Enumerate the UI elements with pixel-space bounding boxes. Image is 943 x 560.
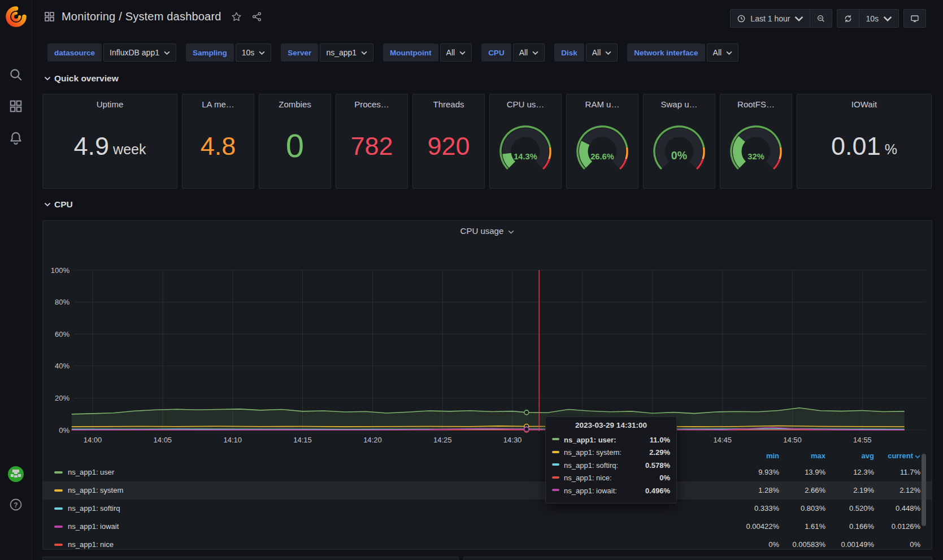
- variable-value-mountpoint[interactable]: All: [440, 44, 472, 62]
- legend-series-softirq[interactable]: ns_app1: softirq: [54, 504, 120, 513]
- chevron-down-icon: [532, 51, 538, 55]
- variable-value-network-interface[interactable]: All: [707, 44, 739, 62]
- legend-series-iowait[interactable]: ns_app1: iowait: [54, 522, 119, 531]
- tooltip-row: ns_app1: system:2.29%: [552, 446, 670, 459]
- panel-iowait: IOWait 0.01%: [797, 94, 932, 189]
- dashboards-icon[interactable]: [8, 99, 23, 114]
- svg-text:14:05: 14:05: [154, 436, 172, 444]
- legend-header-min[interactable]: min: [728, 449, 779, 463]
- star-icon[interactable]: [231, 11, 242, 22]
- legend-row: ns_app1: softirq 0.333% 0.803% 0.520% 0.…: [43, 500, 932, 518]
- series-color-swatch: [54, 471, 63, 474]
- chart-legend: min max avg current ns_app1: user 9.93% …: [43, 449, 932, 550]
- series-color-swatch: [552, 451, 559, 453]
- refresh-button[interactable]: [837, 10, 859, 27]
- legend-series-nice[interactable]: ns_app1: nice: [54, 540, 114, 549]
- panel-title[interactable]: Uptime: [43, 94, 177, 109]
- alerting-bell-icon[interactable]: [8, 131, 23, 145]
- series-color-swatch: [552, 463, 559, 466]
- panel-title[interactable]: CPU us…: [490, 94, 561, 109]
- tv-mode-button[interactable]: [904, 10, 925, 27]
- svg-text:14.3%: 14.3%: [514, 152, 537, 161]
- panel-title[interactable]: Zombies: [259, 94, 331, 109]
- chevron-down-icon: [44, 76, 51, 81]
- grafana-logo-icon[interactable]: [6, 6, 27, 27]
- variable-label-cpu: CPU: [481, 44, 511, 62]
- legend-current: 0.448%: [864, 500, 920, 518]
- variable-value-disk[interactable]: All: [586, 44, 618, 62]
- avatar[interactable]: [7, 466, 24, 483]
- legend-max: 13.9%: [769, 463, 825, 481]
- toolbar: Last 1 hour 10s: [730, 9, 926, 28]
- legend-row-clipped: ns_app1: nice 0% 0.00583% 0.00149% 0%: [43, 536, 932, 550]
- share-icon[interactable]: [251, 11, 262, 22]
- svg-text:32%: 32%: [748, 152, 764, 161]
- chevron-down-icon: [44, 202, 51, 207]
- svg-text:0%: 0%: [59, 426, 69, 435]
- svg-text:14:15: 14:15: [293, 436, 312, 444]
- legend-row: ns_app1: system 1.28% 2.66% 2.19% 2.12%: [43, 481, 932, 500]
- variable-value-sampling[interactable]: 10s: [236, 44, 272, 62]
- time-range-picker[interactable]: Last 1 hour: [731, 10, 810, 27]
- section-quick-overview[interactable]: Quick overview: [44, 73, 119, 84]
- variable-value-datasource[interactable]: InfluxDB app1: [103, 44, 176, 62]
- refresh-interval-picker[interactable]: 10s: [859, 10, 898, 27]
- tooltip-row: ns_app1: nice:0%: [552, 472, 670, 485]
- variable-value-server[interactable]: ns_app1: [320, 44, 373, 62]
- gauge: 14.3%: [490, 109, 561, 188]
- panel-swap-used: Swap u… 0%: [643, 94, 715, 189]
- variable-selected: ns_app1: [326, 48, 357, 57]
- legend-current: 2.12%: [864, 481, 920, 500]
- series-color-swatch: [54, 507, 63, 510]
- legend-header-max[interactable]: max: [775, 449, 825, 463]
- panel-uptime: Uptime 4.9week: [42, 94, 177, 189]
- legend-series-user[interactable]: ns_app1: user: [54, 468, 114, 476]
- stat-suffix: week: [113, 136, 146, 157]
- legend-row: ns_app1: user 9.93% 13.9% 12.3% 11.7%: [43, 463, 932, 481]
- zoom-out-icon: [816, 14, 825, 23]
- legend-max: 0.00583%: [769, 536, 825, 550]
- variable-selected: All: [592, 48, 601, 57]
- panel-title[interactable]: RAM u…: [567, 94, 638, 109]
- legend-scrollbar[interactable]: [922, 454, 926, 526]
- stat-value: 920: [427, 133, 470, 159]
- chevron-down-icon: [915, 455, 920, 458]
- variable-selected: All: [446, 48, 455, 57]
- variable-label-datasource: datasource: [47, 44, 102, 62]
- cpu-usage-chart[interactable]: 0%20%40%60%80%100%14:0014:0514:1014:1514…: [43, 221, 932, 447]
- zoom-out-button[interactable]: [810, 10, 832, 27]
- series-color-swatch: [54, 544, 63, 546]
- panel-partial-right: [463, 557, 932, 560]
- refresh-icon: [844, 14, 853, 23]
- legend-series-system[interactable]: ns_app1: system: [54, 486, 123, 494]
- svg-text:14:00: 14:00: [84, 436, 102, 444]
- chevron-down-icon: [459, 51, 466, 55]
- svg-text:26.6%: 26.6%: [590, 152, 614, 161]
- section-title: CPU: [54, 199, 73, 210]
- search-icon[interactable]: [8, 67, 23, 82]
- svg-text:0%: 0%: [671, 149, 687, 162]
- variable-value-cpu[interactable]: All: [513, 44, 545, 62]
- stat-value: 4.9: [74, 133, 110, 159]
- svg-text:80%: 80%: [55, 298, 69, 306]
- panel-title[interactable]: Swap u…: [644, 94, 715, 109]
- panel-title[interactable]: Threads: [413, 94, 484, 109]
- legend-header-current[interactable]: current: [858, 449, 920, 463]
- tooltip-row: ns_app1: user:11.0%: [552, 433, 670, 446]
- help-icon[interactable]: ?: [9, 498, 23, 511]
- legend-max: 0.803%: [769, 500, 825, 518]
- panel-title[interactable]: Proces…: [336, 94, 407, 109]
- panel-title[interactable]: RootFS…: [720, 94, 792, 109]
- svg-text:60%: 60%: [55, 330, 69, 338]
- chevron-down-icon: [605, 51, 611, 55]
- chevron-down-icon: [361, 51, 367, 55]
- panel-title[interactable]: IOWait: [797, 94, 931, 109]
- panel-title[interactable]: LA me…: [182, 94, 254, 109]
- legend-current: 11.7%: [864, 463, 920, 481]
- legend-max: 1.61%: [769, 518, 825, 536]
- legend-current: 0.0126%: [864, 518, 920, 536]
- gauge: 0%: [644, 109, 715, 188]
- section-cpu[interactable]: CPU: [44, 199, 73, 210]
- stat-suffix: %: [885, 136, 897, 157]
- legend-row: ns_app1: iowait 0.00422% 1.61% 0.166% 0.…: [43, 518, 932, 536]
